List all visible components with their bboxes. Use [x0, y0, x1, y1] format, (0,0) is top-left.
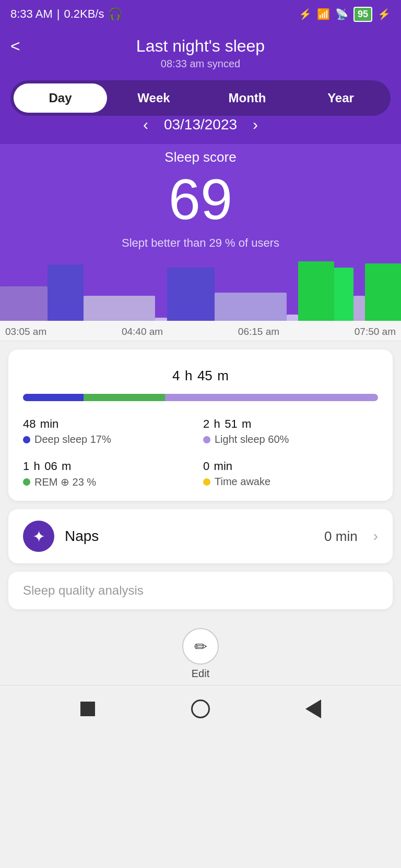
back-icon — [305, 700, 321, 718]
rem-sleep-stat: 1 h 06 m REM ⊕ 23 % — [23, 456, 198, 488]
naps-icon: ✦ — [23, 521, 54, 552]
sleep-score-section: Sleep score 69 Slept better than 29 % of… — [0, 144, 401, 258]
home-icon — [191, 700, 210, 718]
bluetooth-icon: ⚡ — [299, 8, 312, 20]
total-sleep-duration: 4 h 45 m — [23, 364, 378, 384]
chart-bar — [365, 263, 401, 321]
tab-day[interactable]: Day — [14, 83, 107, 113]
deep-sleep-dot — [23, 436, 30, 443]
light-sleep-bar — [165, 394, 378, 401]
cards-section: 4 h 45 m 48 min Deep sleep 17% 2 h 51 — [0, 341, 401, 618]
sleep-score-comparison: Slept better than 29 % of users — [10, 236, 391, 258]
battery-indicator: 95 — [353, 7, 372, 22]
sleep-score-label: Sleep score — [10, 149, 391, 165]
time-label-3: 06:15 am — [238, 326, 279, 337]
time-label-2: 04:40 am — [122, 326, 163, 337]
naps-card[interactable]: ✦ Naps 0 min › — [8, 509, 393, 563]
date-navigation: ‹ 03/13/2023 › — [0, 116, 401, 144]
tab-container: Day Week Month Year — [10, 80, 391, 116]
nav-back-button[interactable] — [300, 696, 326, 722]
rem-dot — [23, 478, 30, 486]
naps-label: Naps — [65, 528, 314, 545]
edit-label: Edit — [192, 668, 209, 680]
back-button[interactable]: < — [10, 37, 20, 56]
chart-bar — [155, 318, 167, 321]
nav-home-button[interactable] — [187, 696, 214, 722]
light-sleep-stat: 2 h 51 m Light sleep 60% — [203, 414, 378, 445]
chart-bar — [215, 293, 286, 321]
chart-bar — [84, 296, 155, 321]
tab-month[interactable]: Month — [200, 83, 294, 113]
chart-bar — [48, 264, 84, 321]
quality-analysis-card[interactable]: Sleep quality analysis — [8, 572, 393, 609]
edit-button[interactable]: ✏ — [182, 628, 219, 665]
sleep-chart — [0, 258, 401, 321]
next-date-button[interactable]: › — [253, 116, 258, 134]
chart-bar — [167, 268, 215, 321]
status-icons: ⚡ 📶 📡 95 ⚡ — [299, 7, 391, 22]
current-date: 03/13/2023 — [164, 116, 237, 133]
deep-sleep-stat: 48 min Deep sleep 17% — [23, 414, 198, 445]
awake-dot — [203, 478, 210, 486]
chevron-right-icon: › — [373, 528, 378, 545]
charging-icon: ⚡ — [378, 8, 391, 20]
edit-section: ✏ Edit — [0, 618, 401, 685]
sleep-composition-bar — [23, 394, 378, 401]
chart-bar — [0, 286, 48, 321]
chart-bars — [0, 258, 401, 321]
tab-week[interactable]: Week — [107, 83, 200, 113]
headphone-icon: 🎧 — [108, 7, 122, 21]
light-sleep-dot — [203, 436, 210, 443]
prev-date-button[interactable]: ‹ — [143, 116, 148, 134]
status-speed: 0.2KB/s — [64, 7, 104, 21]
wifi-icon: 📡 — [335, 8, 348, 20]
sync-status: 08:33 am synced — [10, 58, 391, 70]
status-time: 8:33 AM — [10, 7, 53, 21]
time-label-4: 07:50 am — [355, 326, 396, 337]
header: < Last night's sleep 08:33 am synced — [0, 28, 401, 70]
tab-year[interactable]: Year — [294, 83, 387, 113]
signal-icon: 📶 — [317, 8, 330, 20]
status-bar: 8:33 AM | 0.2KB/s 🎧 ⚡ 📶 📡 95 ⚡ — [0, 0, 401, 28]
status-separator: | — [57, 7, 60, 21]
chart-bar — [287, 315, 299, 321]
stop-icon — [80, 702, 95, 716]
tab-bar: Day Week Month Year — [0, 70, 401, 116]
nav-square-button[interactable] — [75, 696, 101, 722]
chart-bar — [298, 261, 334, 321]
awake-stat: 0 min Time awake — [203, 456, 378, 488]
sleep-score-value: 69 — [10, 171, 391, 228]
deep-sleep-bar — [23, 394, 84, 401]
time-label-1: 03:05 am — [5, 326, 46, 337]
sleep-stats-grid: 48 min Deep sleep 17% 2 h 51 m Light sle… — [23, 414, 378, 488]
star-icon: ✦ — [32, 527, 45, 546]
duration-card: 4 h 45 m 48 min Deep sleep 17% 2 h 51 — [8, 349, 393, 501]
chart-bar — [334, 268, 353, 321]
quality-analysis-label: Sleep quality analysis — [23, 583, 378, 598]
edit-icon: ✏ — [194, 637, 207, 656]
page-title: Last night's sleep — [10, 37, 391, 56]
rem-sleep-bar — [84, 394, 165, 401]
status-time-speed: 8:33 AM | 0.2KB/s 🎧 — [10, 7, 122, 21]
naps-value: 0 min — [324, 528, 358, 545]
time-labels: 03:05 am 04:40 am 06:15 am 07:50 am — [0, 321, 401, 341]
bottom-navigation — [0, 685, 401, 738]
chart-bar — [353, 296, 365, 321]
